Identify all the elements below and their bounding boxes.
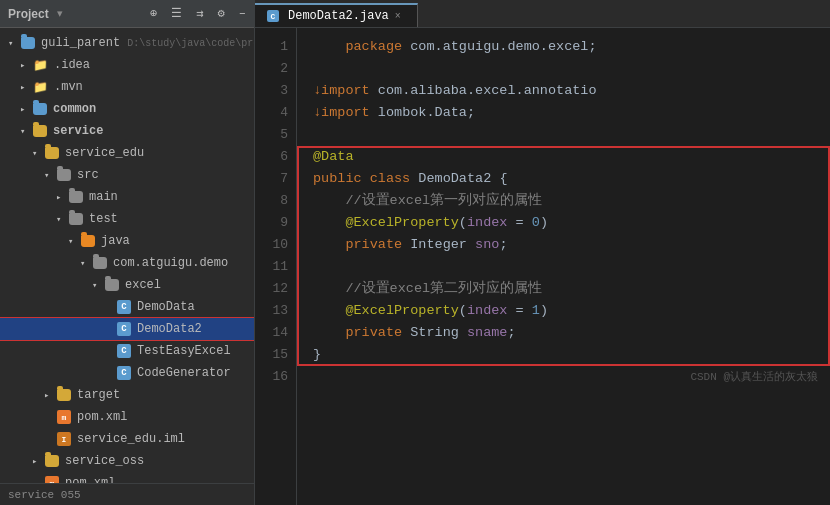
folder-icon <box>45 455 59 467</box>
tree-item-DemoData[interactable]: C DemoData <box>0 296 254 318</box>
tree-label: service_edu.iml <box>77 432 185 446</box>
code-line-3: ↓import com.alibaba.excel.annotatio <box>313 80 814 102</box>
tree-item-target[interactable]: target <box>0 384 254 406</box>
tree-item-service-oss[interactable]: service_oss <box>0 450 254 472</box>
class-icon: C <box>117 300 131 314</box>
expand-arrow <box>32 456 42 467</box>
tree-item-service-edu-iml[interactable]: I service_edu.iml <box>0 428 254 450</box>
project-panel: Project ▾ ⊕ ☰ ⇉ ⚙ – guli_parent D:\study… <box>0 0 255 505</box>
code-line-6: @Data <box>313 146 814 168</box>
tree-item-main[interactable]: main <box>0 186 254 208</box>
expand-arrow <box>8 38 18 49</box>
folder-icon <box>33 125 47 137</box>
tree-label: target <box>77 388 120 402</box>
tree-label: pom.xml <box>65 476 115 483</box>
tree-item-com-atguigu-demo[interactable]: com.atguigu.demo <box>0 252 254 274</box>
tree-item-mvn[interactable]: 📁 .mvn <box>0 76 254 98</box>
code-area: 1 2 3 4 5 6 7 8 9 10 11 12 13 14 15 16 p… <box>255 28 830 505</box>
folder-icon <box>57 389 71 401</box>
tree-item-idea[interactable]: 📁 .idea <box>0 54 254 76</box>
xml-icon: m <box>45 476 59 483</box>
editor-panel: C DemoData2.java × 1 2 3 4 5 6 7 8 9 10 … <box>255 0 830 505</box>
folder-icon <box>81 235 95 247</box>
tree-item-test[interactable]: test <box>0 208 254 230</box>
code-wrapper: package com.atguigu.demo.excel; ↓import … <box>297 28 830 505</box>
tree-label: .idea <box>54 58 90 72</box>
expand-arrow <box>20 126 30 137</box>
code-content[interactable]: package com.atguigu.demo.excel; ↓import … <box>297 28 830 396</box>
code-line-9: @ExcelProperty(index = 0) <box>313 212 814 234</box>
add-icon[interactable]: ⊕ <box>150 6 157 21</box>
tree-label: .mvn <box>54 80 83 94</box>
tree-item-pom1[interactable]: m pom.xml <box>0 406 254 428</box>
folder-icon <box>33 103 47 115</box>
project-tree: guli_parent D:\study\java\code\project 📁… <box>0 28 254 483</box>
iml-icon: I <box>57 432 71 446</box>
line-numbers: 1 2 3 4 5 6 7 8 9 10 11 12 13 14 15 16 <box>255 28 297 505</box>
tree-label: DemoData2 <box>137 322 202 336</box>
close-icon[interactable]: – <box>239 7 246 21</box>
expand-arrow <box>44 390 54 401</box>
tree-item-DemoData2[interactable]: C DemoData2 <box>0 318 254 340</box>
path-label: D:\study\java\code\project <box>127 38 254 49</box>
code-line-13: @ExcelProperty(index = 1) <box>313 300 814 322</box>
class-icon: C <box>117 366 131 380</box>
tree-item-pom2[interactable]: m pom.xml <box>0 472 254 483</box>
tree-label: service <box>53 124 103 138</box>
expand-arrow <box>56 192 66 203</box>
expand-arrow <box>44 170 54 181</box>
tree-label: DemoData <box>137 300 195 314</box>
code-line-5 <box>313 124 814 146</box>
folder-icon <box>57 169 71 181</box>
tree-label: TestEasyExcel <box>137 344 231 358</box>
tree-label: main <box>89 190 118 204</box>
tree-item-common[interactable]: common <box>0 98 254 120</box>
settings-icon[interactable]: ⚙ <box>218 6 225 21</box>
expand-arrow <box>80 258 90 269</box>
expand-arrow <box>92 280 102 291</box>
code-line-7: public class DemoData2 { <box>313 168 814 190</box>
tree-item-java[interactable]: java <box>0 230 254 252</box>
tree-label: service_edu <box>65 146 144 160</box>
tree-label: CodeGenerator <box>137 366 231 380</box>
code-line-8: //设置excel第一列对应的属性 <box>313 190 814 212</box>
folder-icon <box>21 37 35 49</box>
expand-arrow <box>20 82 30 93</box>
project-status: service 055 <box>0 483 254 505</box>
tree-label: com.atguigu.demo <box>113 256 228 270</box>
code-line-4: ↓import lombok.Data; <box>313 102 814 124</box>
tab-DemoData2[interactable]: C DemoData2.java × <box>255 3 418 27</box>
tree-label: common <box>53 102 96 116</box>
code-line-1: package com.atguigu.demo.excel; <box>313 36 814 58</box>
folder-icon <box>69 213 83 225</box>
project-title: Project <box>8 7 49 21</box>
status-text: service 055 <box>8 489 81 501</box>
tree-label: guli_parent <box>41 36 120 50</box>
tree-label: excel <box>125 278 161 292</box>
folder-icon: 📁 <box>33 80 48 95</box>
tree-label: test <box>89 212 118 226</box>
tab-file-icon: C <box>267 10 279 22</box>
tree-item-service_edu[interactable]: service_edu <box>0 142 254 164</box>
tree-item-TestEasyExcel[interactable]: C TestEasyExcel <box>0 340 254 362</box>
tree-item-excel[interactable]: excel <box>0 274 254 296</box>
tree-label: service_oss <box>65 454 144 468</box>
collapse-icon[interactable]: ⇉ <box>196 6 203 21</box>
tree-label: pom.xml <box>77 410 127 424</box>
code-line-11 <box>313 256 814 278</box>
expand-arrow <box>20 60 30 71</box>
list-view-icon[interactable]: ☰ <box>171 6 182 21</box>
folder-icon: 📁 <box>33 58 48 73</box>
code-line-15: } <box>313 344 814 366</box>
class-icon: C <box>117 344 131 358</box>
code-line-14: private String sname; <box>313 322 814 344</box>
editor-tabs: C DemoData2.java × <box>255 0 830 28</box>
tree-item-service[interactable]: service <box>0 120 254 142</box>
tree-item-src[interactable]: src <box>0 164 254 186</box>
folder-icon <box>45 147 59 159</box>
code-line-10: private Integer sno; <box>313 234 814 256</box>
tab-close-button[interactable]: × <box>395 11 401 22</box>
tree-item-CodeGenerator[interactable]: C CodeGenerator <box>0 362 254 384</box>
tree-item-guli_parent[interactable]: guli_parent D:\study\java\code\project <box>0 32 254 54</box>
xml-icon: m <box>57 410 71 424</box>
